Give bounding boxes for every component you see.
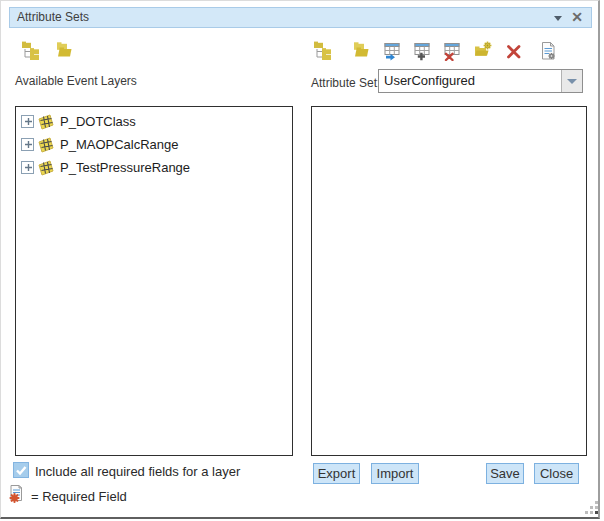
save-button[interactable]: Save (486, 463, 524, 484)
chevron-down-icon (567, 79, 577, 84)
available-event-layers-heading: Available Event Layers (15, 74, 137, 88)
tree-row-p-maopcalcrange[interactable]: P_MAOPCalcRange (16, 133, 292, 156)
attribute-sets-window: Attribute Sets ✕ (0, 0, 604, 521)
required-field-icon (9, 484, 26, 508)
event-layers-tree: P_DOTClass P_MAOPCalcRange (16, 107, 292, 179)
plus-glyph (22, 161, 33, 174)
open-folder-icon[interactable] (351, 41, 371, 61)
checkmark-icon (14, 463, 28, 477)
include-required-fields-checkbox[interactable] (13, 462, 29, 478)
attribute-set-contents-list[interactable] (311, 106, 587, 456)
attribute-set-value: UserConfigured (384, 73, 475, 88)
event-layer-glyph (38, 114, 55, 130)
event-layer-icon (38, 114, 55, 130)
required-field-legend: = Required Field (31, 489, 127, 504)
import-button[interactable]: Import (371, 463, 419, 484)
chevron-down-icon[interactable] (554, 16, 562, 21)
new-attribute-set-tree-icon[interactable] (21, 41, 41, 61)
layer-label: P_DOTClass (60, 114, 136, 129)
available-event-layers-list[interactable]: P_DOTClass P_MAOPCalcRange (15, 106, 293, 456)
open-folder-glyph (54, 41, 74, 61)
event-layer-glyph (38, 160, 55, 176)
table-add-icon[interactable] (412, 41, 432, 61)
expand-plus-icon[interactable] (21, 161, 34, 174)
include-required-fields-label: Include all required fields for a layer (35, 464, 240, 479)
combobox-dropdown-button[interactable] (561, 70, 582, 92)
new-attribute-set-tree-icon[interactable] (313, 41, 333, 61)
window-title: Attribute Sets (17, 10, 89, 24)
resize-grip[interactable] (585, 501, 600, 516)
tree-folders-glyph (21, 41, 41, 61)
dialog-frame: Attribute Sets ✕ (0, 0, 600, 519)
tree-row-p-testpressurerange[interactable]: P_TestPressureRange (16, 156, 292, 179)
expand-plus-icon[interactable] (21, 138, 34, 151)
close-icon[interactable]: ✕ (571, 9, 583, 26)
open-folder-icon[interactable] (54, 41, 74, 61)
plus-glyph (22, 115, 33, 128)
layer-label: P_MAOPCalcRange (60, 137, 179, 152)
table-add-glyph (412, 41, 432, 61)
folder-gear-icon[interactable] (473, 41, 493, 61)
attribute-set-combobox[interactable]: UserConfigured (378, 69, 583, 93)
event-layer-glyph (38, 137, 55, 153)
open-folder-glyph (351, 41, 371, 61)
titlebar[interactable]: Attribute Sets ✕ (9, 7, 592, 28)
delete-x-glyph (504, 41, 524, 61)
folder-gear-glyph (473, 41, 493, 61)
event-layer-icon (38, 160, 55, 176)
delete-x-icon[interactable] (504, 41, 524, 61)
event-layer-icon (38, 137, 55, 153)
tree-row-p-dotclass[interactable]: P_DOTClass (16, 110, 292, 133)
plus-glyph (22, 138, 33, 151)
close-button[interactable]: Close (534, 463, 579, 484)
layer-label: P_TestPressureRange (60, 160, 190, 175)
table-remove-glyph (442, 41, 462, 61)
required-field-glyph (9, 484, 26, 504)
tree-folders-glyph (313, 41, 333, 61)
report-gear-icon[interactable] (538, 41, 558, 61)
table-arrow-icon[interactable] (382, 41, 402, 61)
attribute-set-label: Attribute Set: (311, 76, 380, 90)
table-arrow-glyph (382, 41, 402, 61)
expand-plus-icon[interactable] (21, 115, 34, 128)
export-button[interactable]: Export (313, 463, 360, 484)
report-gear-glyph (538, 41, 558, 61)
table-remove-icon[interactable] (442, 41, 462, 61)
